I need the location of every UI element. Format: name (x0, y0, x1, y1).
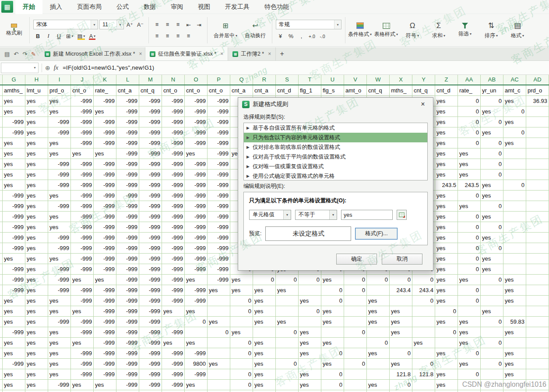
cell[interactable]: yes (3, 96, 25, 106)
cell[interactable]: -999 (208, 212, 230, 222)
cell[interactable] (230, 390, 253, 392)
font-size-select[interactable]: 11 ▾ (99, 20, 124, 29)
cell[interactable] (458, 306, 481, 317)
cell[interactable]: yes (48, 96, 71, 106)
cell[interactable]: -999 (208, 191, 230, 201)
cell[interactable] (503, 201, 526, 212)
cell[interactable] (526, 369, 549, 380)
cell[interactable]: -999 (48, 264, 71, 275)
cell[interactable]: -999 (3, 285, 25, 296)
cell[interactable]: 0 (481, 138, 503, 148)
cell[interactable]: yes (48, 327, 71, 338)
cell[interactable]: -999 (139, 201, 162, 212)
cell[interactable]: yes (25, 201, 48, 212)
rule-type-item-6[interactable]: ▶使用公式确定要设置格式的单元格 (244, 171, 427, 180)
cell[interactable]: yes (25, 117, 48, 127)
cell[interactable]: yes (3, 380, 25, 390)
cell[interactable] (321, 390, 344, 392)
cell[interactable]: yes (321, 338, 344, 348)
cell[interactable]: 0 (367, 275, 390, 285)
cell[interactable] (367, 359, 390, 369)
cell[interactable]: rate_ (458, 85, 481, 96)
cell[interactable]: -999 (94, 348, 116, 359)
cell[interactable] (481, 369, 503, 380)
cell[interactable]: yes (481, 306, 503, 317)
cell[interactable]: -999 (94, 212, 116, 222)
cell[interactable]: yes (25, 138, 48, 148)
cell[interactable]: -999 (94, 138, 116, 148)
cell[interactable]: 243.5 (458, 180, 481, 191)
column-header-X[interactable]: X (390, 75, 412, 85)
cell[interactable]: amt_o (344, 85, 367, 96)
cell[interactable]: yes (299, 369, 321, 380)
cell[interactable]: yes (48, 222, 71, 233)
cell[interactable] (276, 338, 299, 348)
cell[interactable] (526, 170, 549, 180)
cell[interactable]: 0 (458, 96, 481, 106)
name-box[interactable]: ▾ (1, 63, 39, 73)
cell[interactable]: -999 (139, 170, 162, 180)
cell[interactable] (503, 390, 526, 392)
cell[interactable]: yes (367, 296, 390, 306)
align-top-button[interactable]: ≡ (152, 20, 162, 29)
cell[interactable]: -999 (162, 212, 185, 222)
format-painter-button[interactable]: 格式刷 (2, 24, 26, 37)
cell[interactable] (412, 317, 435, 327)
cell[interactable]: -999 (71, 117, 94, 127)
cell[interactable]: yes (367, 380, 390, 390)
cell[interactable]: -999 (162, 285, 185, 296)
cell[interactable]: -999 (94, 191, 116, 201)
cell[interactable]: 0 (299, 306, 321, 317)
cell[interactable]: yes (3, 317, 25, 327)
cell[interactable]: yes (3, 138, 25, 148)
cell[interactable]: yes (48, 359, 71, 369)
cell[interactable] (526, 233, 549, 243)
cell[interactable] (344, 380, 367, 390)
cell[interactable]: -999 (116, 327, 139, 338)
cell[interactable]: yes (3, 369, 25, 380)
cell[interactable] (526, 201, 549, 212)
cell[interactable]: yes (481, 191, 503, 201)
cell[interactable]: -999 (94, 264, 116, 275)
cell[interactable]: yes (185, 148, 208, 159)
cell[interactable]: yes (3, 106, 25, 117)
cell[interactable] (481, 296, 503, 306)
cell[interactable]: 0 (321, 296, 344, 306)
cell[interactable]: yes (435, 380, 458, 390)
cell[interactable]: yes (321, 306, 344, 317)
align-bottom-button[interactable]: ≡ (173, 20, 183, 29)
align-left-button[interactable]: ≡ (152, 32, 162, 41)
ribbon-tab-9[interactable]: 特色功能 (257, 0, 296, 14)
cell[interactable]: yes (185, 380, 208, 390)
app-icon[interactable]: ▦ (1, 1, 13, 13)
cell[interactable]: -999 (116, 264, 139, 275)
cell[interactable]: yes (25, 159, 48, 170)
cell[interactable]: yes (48, 306, 71, 317)
cell[interactable] (526, 285, 549, 296)
cell[interactable]: 0 (458, 296, 481, 306)
cell[interactable]: -999 (116, 212, 139, 222)
cell[interactable]: yes (367, 306, 390, 317)
cell[interactable]: yes (321, 359, 344, 369)
cell[interactable] (390, 390, 412, 392)
cell[interactable]: -999 (94, 338, 116, 348)
zoom-icon[interactable]: ⊕ (45, 64, 50, 71)
cell[interactable]: yes (25, 264, 48, 275)
cell[interactable] (526, 106, 549, 117)
cell[interactable]: -999 (116, 191, 139, 201)
cell[interactable]: -999 (3, 243, 25, 254)
font-color-button[interactable]: A▾ (88, 32, 97, 41)
cell[interactable]: -999 (208, 264, 230, 275)
cell[interactable]: cnt_o (162, 85, 185, 96)
cell[interactable]: 0 (458, 117, 481, 127)
cell[interactable]: yes (299, 380, 321, 390)
cell[interactable]: 0 (390, 275, 412, 285)
bold-button[interactable]: B (33, 32, 42, 41)
cell[interactable]: yes (458, 148, 481, 159)
cell[interactable]: yes (481, 180, 503, 191)
cell[interactable]: -999 (116, 348, 139, 359)
cell[interactable]: -999 (48, 117, 71, 127)
cell[interactable]: -999 (94, 285, 116, 296)
cell[interactable]: -999 (162, 380, 185, 390)
cell[interactable]: -999 (71, 191, 94, 201)
